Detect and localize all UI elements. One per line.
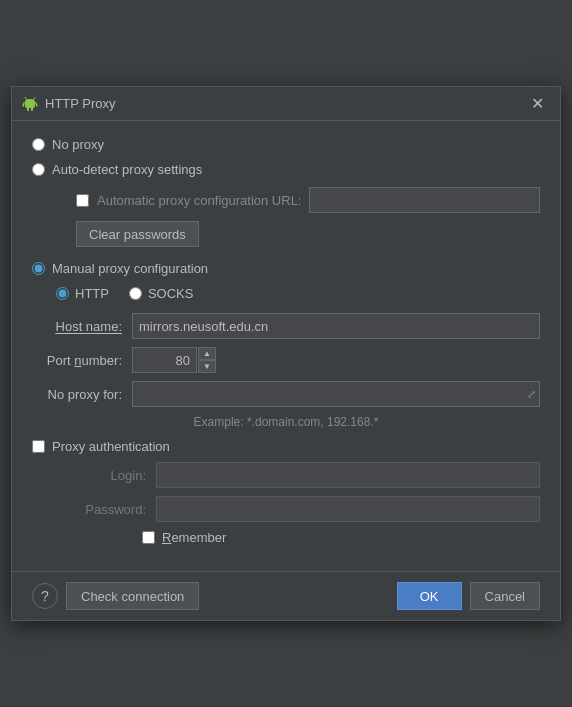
manual-proxy-row: Manual proxy configuration — [32, 261, 540, 276]
hostname-label: Host name: — [32, 319, 132, 334]
svg-line-5 — [34, 97, 36, 99]
svg-line-2 — [23, 103, 24, 106]
no-proxy-label[interactable]: No proxy — [52, 137, 104, 152]
manual-proxy-label[interactable]: Manual proxy configuration — [52, 261, 208, 276]
remember-row: Remember — [142, 530, 540, 545]
manual-proxy-radio[interactable] — [32, 262, 45, 275]
hostname-row: Host name: mirrors.neusoft.edu.cn — [32, 313, 540, 339]
socks-option: SOCKS — [129, 286, 194, 301]
dialog-footer: ? Check connection OK Cancel — [12, 571, 560, 620]
http-option: HTTP — [56, 286, 109, 301]
remember-checkbox[interactable] — [142, 531, 155, 544]
android-icon — [22, 96, 38, 112]
dialog-title: HTTP Proxy — [45, 96, 116, 111]
http-label[interactable]: HTTP — [75, 286, 109, 301]
port-row: Port number: 80 ▲ ▼ — [32, 347, 540, 373]
titlebar: HTTP Proxy ✕ — [12, 87, 560, 121]
no-proxy-for-input[interactable] — [132, 381, 540, 407]
dialog-content: No proxy Auto-detect proxy settings Auto… — [12, 121, 560, 571]
remember-label[interactable]: Remember — [162, 530, 226, 545]
auto-detect-radio[interactable] — [32, 163, 45, 176]
no-proxy-row: No proxy — [32, 137, 540, 152]
port-decrement-button[interactable]: ▼ — [198, 360, 216, 373]
check-connection-button[interactable]: Check connection — [66, 582, 199, 610]
auto-config-url-row: Automatic proxy configuration URL: — [76, 187, 540, 213]
auto-detect-label[interactable]: Auto-detect proxy settings — [52, 162, 202, 177]
login-label: Login: — [56, 468, 156, 483]
clear-passwords-section: Clear passwords — [76, 221, 540, 247]
auto-config-checkbox[interactable] — [76, 194, 89, 207]
login-input[interactable] — [156, 462, 540, 488]
clear-passwords-button[interactable]: Clear passwords — [76, 221, 199, 247]
password-label: Password: — [56, 502, 156, 517]
port-spinner: ▲ ▼ — [198, 347, 216, 373]
port-input[interactable]: 80 — [132, 347, 197, 373]
login-row: Login: — [56, 462, 540, 488]
auto-detect-row: Auto-detect proxy settings — [32, 162, 540, 177]
titlebar-left: HTTP Proxy — [22, 96, 116, 112]
example-text: Example: *.domain.com, 192.168.* — [32, 415, 540, 429]
port-label: Port number: — [32, 353, 132, 368]
proxy-auth-section: Proxy authentication — [32, 439, 540, 454]
hostname-input[interactable]: mirrors.neusoft.edu.cn — [132, 313, 540, 339]
no-proxy-for-row: No proxy for: ⤢ — [32, 381, 540, 407]
no-proxy-for-wrapper: ⤢ — [132, 381, 540, 407]
footer-left: ? Check connection — [32, 582, 199, 610]
proxy-auth-checkbox[interactable] — [32, 440, 45, 453]
port-increment-button[interactable]: ▲ — [198, 347, 216, 360]
auto-config-label[interactable]: Automatic proxy configuration URL: — [97, 193, 301, 208]
proxy-type-row: HTTP SOCKS — [56, 286, 540, 301]
auto-config-url-input[interactable] — [309, 187, 540, 213]
port-wrapper: 80 ▲ ▼ — [132, 347, 216, 373]
proxy-auth-label[interactable]: Proxy authentication — [52, 439, 170, 454]
ok-button[interactable]: OK — [397, 582, 462, 610]
svg-line-3 — [36, 103, 37, 106]
help-button[interactable]: ? — [32, 583, 58, 609]
socks-label[interactable]: SOCKS — [148, 286, 194, 301]
password-row: Password: — [56, 496, 540, 522]
svg-line-4 — [25, 97, 27, 99]
password-input[interactable] — [156, 496, 540, 522]
footer-right: OK Cancel — [397, 582, 540, 610]
socks-type-radio[interactable] — [129, 287, 142, 300]
cancel-button[interactable]: Cancel — [470, 582, 540, 610]
no-proxy-for-label: No proxy for: — [32, 387, 132, 402]
http-type-radio[interactable] — [56, 287, 69, 300]
close-button[interactable]: ✕ — [525, 94, 550, 114]
no-proxy-radio[interactable] — [32, 138, 45, 151]
http-proxy-dialog: HTTP Proxy ✕ No proxy Auto-detect proxy … — [11, 86, 561, 621]
